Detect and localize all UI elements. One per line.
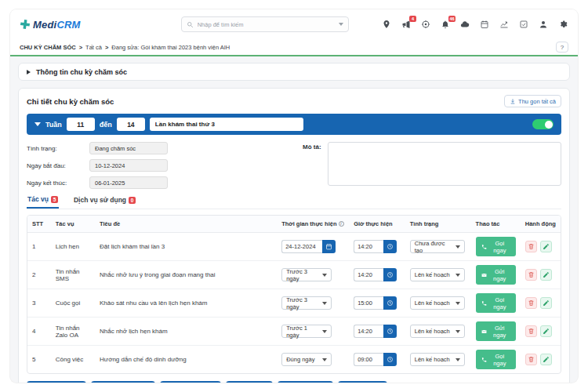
row-stt: 1 [27,233,51,261]
tab-services[interactable]: Dịch vụ sử dụng 0 [73,192,136,209]
info-icon[interactable]: i [339,221,344,227]
col-exec-hour: Giờ thực hiện [349,216,405,233]
detail-panel-title: Chi tiết chu kỳ chăm sóc [27,97,114,106]
search-scope-chevron-icon[interactable] [339,23,343,26]
clock-icon [387,271,394,278]
edit-button[interactable] [540,269,552,281]
cycle-name-input[interactable] [150,118,303,131]
hour-input[interactable] [354,240,383,253]
status-select[interactable]: Lên kế hoạch [410,296,465,310]
send-now-button[interactable]: Gửi ngay [476,265,516,285]
tab-tasks[interactable]: Tác vụ 5 [27,192,59,209]
breadcrumb-section[interactable]: CHU KỲ CHĂM SÓC [20,44,76,51]
user-icon[interactable] [538,19,549,30]
row-title: Nhắc nhở lưu ý trong giai đoạn mang thai [95,261,277,289]
row-title: Đặt lịch khám thai lần 3 [95,233,277,261]
send-now-button[interactable]: Gửi ngay [476,321,516,341]
hour-input[interactable] [354,353,383,366]
delete-button[interactable] [525,354,537,365]
week-to-input[interactable] [117,118,145,131]
medical-cross-icon [20,19,31,30]
edit-button[interactable] [540,297,552,309]
breadcrumb-bar: CHU KỲ CHĂM SÓC > Tất cả > Đang sửa: Gói… [10,39,578,56]
table-header-row: STT Tác vụ Tiêu đề Thời gian thực hiệni … [27,216,561,233]
hour-input[interactable] [354,268,383,281]
help-button[interactable]: ? [556,42,568,53]
row-title: Hướng dẫn chế độ dinh dưỡng [95,346,277,373]
location-icon[interactable] [381,19,392,30]
description-textarea[interactable] [328,142,561,186]
status-field[interactable] [89,142,168,154]
clock-icon [387,328,394,335]
info-panel-title: Thông tin chu kỳ chăm sóc [36,68,127,76]
date-input[interactable] [281,240,322,253]
search-icon [187,21,194,28]
send-email-button[interactable]: Gửi Email [338,381,387,383]
col-actions: Hành động [521,216,561,233]
collapse-all-button[interactable]: Thu gọn tất cả [504,95,561,107]
week-label: Tuần [45,121,62,129]
collapse-all-label: Thu gọn tất cả [518,98,556,105]
pencil-icon [543,328,550,335]
info-panel-toggle[interactable]: Thông tin chu kỳ chăm sóc [18,63,570,81]
detail-tabs: Tác vụ 5 Dịch vụ sử dụng 0 [27,192,561,209]
week-from-input[interactable] [67,118,95,131]
hour-input[interactable] [354,325,383,338]
time-picker-button[interactable] [383,353,397,366]
time-offset-select[interactable]: Trước 1 ngày [281,325,332,338]
status-select[interactable]: Chưa được tạo [410,240,465,253]
bell-icon[interactable]: 46 [440,19,451,30]
chart-icon[interactable] [499,19,510,30]
add-call-button[interactable]: Thêm cuộc gọi [160,381,221,383]
add-appointment-button[interactable]: Thêm lịch hẹn [27,381,86,383]
hour-input[interactable] [354,296,383,310]
phone-icon [481,300,487,307]
pencil-icon [543,271,550,278]
megaphone-icon[interactable]: 4 [401,19,412,30]
calendar-icon[interactable] [479,19,490,30]
row-task-type: Tin nhắn SMS [51,261,95,289]
tab-tasks-label: Tác vụ [27,195,49,203]
tasks-icon[interactable] [518,19,529,30]
time-offset-select[interactable]: Trước 3 ngày [281,268,332,281]
breadcrumb-all[interactable]: Tất cả [85,44,102,51]
expanded-arrow-icon[interactable] [34,122,41,126]
target-icon[interactable] [420,19,431,30]
status-select[interactable]: Lên kế hoạch [410,268,465,281]
row-stt: 3 [27,289,51,318]
calendar-picker-button[interactable] [322,240,336,253]
delete-button[interactable] [525,269,537,281]
edit-button[interactable] [540,325,552,337]
cycle-active-toggle[interactable] [532,119,554,129]
cloud-icon[interactable] [459,19,470,30]
time-offset-select[interactable]: Trước 3 ngày [281,296,332,310]
delete-button[interactable] [525,297,537,309]
search-input[interactable] [198,21,315,28]
status-select[interactable]: Lên kế hoạch [410,325,465,338]
send-zalo-button[interactable]: Gửi Zalo OA [278,381,333,383]
time-picker-button[interactable] [383,240,397,253]
call-now-button[interactable]: Gọi ngay [476,293,516,313]
send-sms-button[interactable]: Gửi SMS [226,381,273,383]
logo[interactable]: MediCRM [20,19,81,31]
time-picker-button[interactable] [383,325,397,338]
add-task-button[interactable]: Thêm công việc [91,381,155,383]
edit-button[interactable] [540,354,552,365]
time-offset-select[interactable]: Đúng ngày [281,353,332,366]
time-picker-button[interactable] [383,268,397,281]
row-task-type: Công việc [51,346,95,373]
gear-icon[interactable] [557,19,568,30]
time-picker-button[interactable] [383,296,397,310]
call-now-button[interactable]: Gọi ngay [476,350,516,369]
status-select[interactable]: Lên kế hoạch [410,353,465,366]
row-title: Khảo sát nhu cầu và lên lịch hẹn khám [95,289,277,318]
end-date-field[interactable] [89,176,168,189]
delete-button[interactable] [525,241,537,252]
edit-button[interactable] [540,241,552,252]
call-now-button[interactable]: Gọi ngay [476,237,516,256]
start-date-field[interactable] [89,159,168,172]
row-title: Nhắc nhở lịch hẹn khám [95,318,277,346]
global-search[interactable] [181,16,349,32]
row-task-type: Cuộc gọi [51,289,95,318]
delete-button[interactable] [525,325,537,337]
